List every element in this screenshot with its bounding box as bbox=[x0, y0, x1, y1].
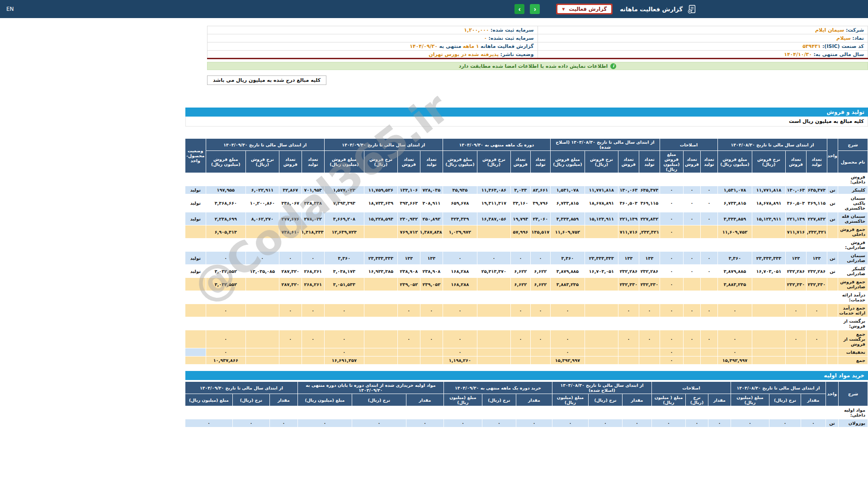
value-cell: ۰ bbox=[206, 330, 245, 348]
value-cell bbox=[245, 330, 279, 348]
value-cell: ۰ bbox=[700, 212, 717, 225]
empty-cell bbox=[683, 173, 700, 186]
value-cell bbox=[585, 304, 618, 317]
value-cell: ۰ bbox=[588, 419, 622, 427]
row-label: جمع برگشت از فروش bbox=[838, 330, 868, 348]
value-cell: ۱۴۴ bbox=[786, 252, 807, 265]
status-cell bbox=[185, 348, 206, 357]
value-cell: ۲۳۲,۴۳۰ bbox=[786, 278, 807, 291]
col-group-header: از ابتدای سال مالی تا تاریخ ۱۴۰۴/۰۸/۳۰ bbox=[717, 139, 827, 151]
value-cell: ۰ bbox=[530, 304, 550, 317]
value-cell: ۱,۰۲۹,۹۷۲ bbox=[443, 225, 477, 239]
empty-cell bbox=[786, 291, 807, 304]
empty-cell bbox=[651, 406, 685, 419]
col-sub-header: نرخ (ریال) bbox=[232, 394, 269, 406]
empty-cell bbox=[752, 173, 786, 186]
empty-cell bbox=[324, 173, 364, 186]
value-cell: ۰ bbox=[660, 304, 683, 317]
unit-cell: تن bbox=[826, 419, 839, 427]
value-cell: ۳,۸۷۹,۸۸۵ bbox=[717, 265, 752, 278]
value-cell: ۲۳۸,۹۰۸ bbox=[420, 265, 443, 278]
next-report-button[interactable]: › bbox=[530, 4, 540, 14]
col-group-header: از ابتدای سال مالی تا تاریخ ۱۴۰۳/۰۹/۳۰ bbox=[185, 382, 297, 394]
unit-cell: تن bbox=[827, 194, 838, 212]
value-cell: ۱۹,۷۹۳ bbox=[510, 212, 530, 225]
value-cell: ۲۳۲,۲۸۶ bbox=[786, 265, 807, 278]
section-row: فروش داخلی: bbox=[185, 173, 868, 186]
value-cell: ۰ bbox=[786, 330, 807, 348]
col-group-header: مواد اولیه خریداری شده از ابتدای دوره تا… bbox=[297, 382, 443, 394]
value-cell bbox=[786, 357, 807, 365]
unit-cell bbox=[827, 357, 838, 365]
row-label: تخفیفات bbox=[838, 348, 868, 357]
empty-cell bbox=[245, 239, 279, 252]
value-cell: ۵۷,۹۹۶ bbox=[510, 225, 530, 239]
empty-cell bbox=[443, 317, 477, 330]
value-cell: ۱,۴۱۸,۴۳۳ bbox=[302, 225, 324, 239]
value-cell: ۲۳,۳۳۳,۳۳۳ bbox=[585, 252, 618, 265]
symbol-link[interactable]: سیلام bbox=[836, 35, 851, 41]
empty-cell bbox=[185, 291, 206, 304]
value-cell bbox=[639, 357, 660, 365]
value-cell: ۲۸۷,۳۲۰ bbox=[279, 265, 302, 278]
empty-cell bbox=[302, 317, 324, 330]
empty-cell bbox=[364, 291, 397, 304]
value-cell: ۰ bbox=[700, 194, 717, 212]
value-cell: ۰ bbox=[660, 357, 683, 365]
value-cell: ۱۰,۲۰۰,۸۶۰ bbox=[245, 194, 279, 212]
empty-cell bbox=[324, 291, 364, 304]
registered-capital-label: سرمایه ثبت شده: bbox=[491, 27, 533, 33]
col-sub-header: مبلغ فروش (میلیون ریال) bbox=[550, 151, 585, 173]
value-cell: ۰ bbox=[700, 186, 717, 194]
value-cell: ۰ bbox=[700, 330, 717, 348]
value-cell: ۰ bbox=[482, 419, 516, 427]
value-cell bbox=[683, 278, 700, 291]
empty-cell bbox=[731, 406, 769, 419]
col-group-header: از ابتدای سال مالی تا تاریخ ۱۴۰۴/۰۸/۳۰ bbox=[731, 382, 826, 394]
value-cell: ۱۰,۹۳۷,۸۶۶ bbox=[206, 357, 245, 365]
col-sub-header: مبلغ (میلیون ریال) bbox=[443, 394, 482, 406]
empty-cell bbox=[397, 173, 420, 186]
prev-report-button[interactable]: ‹ bbox=[514, 4, 524, 14]
empty-cell bbox=[585, 291, 618, 304]
empty-cell bbox=[827, 239, 838, 252]
empty-cell bbox=[807, 317, 827, 330]
value-cell: ۷۱۱,۷۱۶ bbox=[618, 225, 639, 239]
company-name-link[interactable]: سیمان ایلام bbox=[815, 27, 844, 33]
value-cell: ۱۶,۹۴۴,۴۸۵ bbox=[364, 265, 397, 278]
language-toggle-en[interactable]: EN bbox=[6, 6, 14, 12]
value-cell: ۲۲۷,۸۳۲ bbox=[639, 212, 660, 225]
value-cell: ۰ bbox=[683, 212, 700, 225]
empty-cell bbox=[827, 317, 838, 330]
value-cell bbox=[683, 357, 700, 365]
header-row: نام محصولتعداد تولیدتعداد فروشنرخ فروش (… bbox=[185, 151, 868, 173]
value-cell: ۶,۶۲۲ bbox=[510, 265, 530, 278]
value-cell: ۰ bbox=[700, 265, 717, 278]
raw-materials-table-header: شرحواحداز ابتدای سال مالی تا تاریخ ۱۴۰۴/… bbox=[185, 382, 868, 406]
empty-cell bbox=[585, 173, 618, 186]
value-cell: ۲۳۲,۴۳۰ bbox=[618, 278, 639, 291]
col-sub-header: نرخ (ریال) bbox=[482, 394, 516, 406]
report-type-dropdown[interactable]: گزارش فعالیت ▼ bbox=[556, 4, 613, 14]
value-cell: ۰ bbox=[660, 348, 683, 357]
empty-cell bbox=[639, 317, 660, 330]
empty-cell bbox=[807, 291, 827, 304]
value-cell: ۱۶,۶۹۱,۲۵۷ bbox=[324, 357, 364, 365]
value-cell: ۰ bbox=[406, 419, 443, 427]
empty-cell bbox=[550, 239, 585, 252]
empty-cell bbox=[510, 239, 530, 252]
row-label: جمع bbox=[838, 357, 868, 365]
value-cell: ۰ bbox=[510, 252, 530, 265]
value-cell: ۳۲,۸۶۷ bbox=[279, 186, 302, 194]
value-cell bbox=[752, 357, 786, 365]
section-header-production-sales: تولید و فروش bbox=[185, 108, 868, 117]
empty-cell bbox=[279, 317, 302, 330]
section-row: فروش صادراتی: bbox=[185, 239, 868, 252]
value-cell: ۱۵,۲۲۸,۵۹۴ bbox=[364, 212, 397, 225]
col-sub-header: تعداد تولید bbox=[700, 151, 717, 173]
row-label: سیمان پاکتی خاکستری bbox=[838, 194, 868, 212]
value-cell bbox=[364, 330, 397, 348]
value-cell bbox=[639, 348, 660, 357]
empty-cell bbox=[708, 406, 731, 419]
empty-cell bbox=[552, 406, 588, 419]
